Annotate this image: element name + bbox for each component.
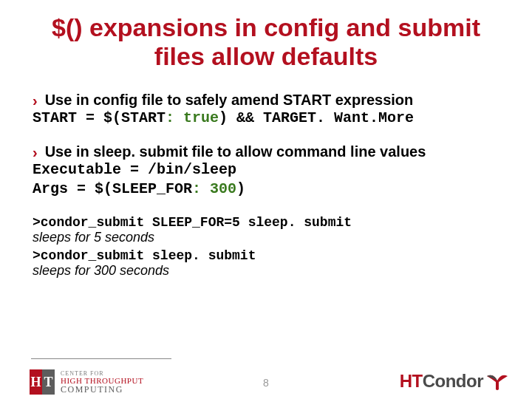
result-note-2: sleeps for 300 seconds — [31, 263, 501, 279]
code-post: ) && TARGET. Want.More — [219, 109, 414, 126]
code-highlight: : true — [166, 109, 219, 126]
condor-bird-icon — [486, 372, 508, 391]
code-post: ) — [236, 180, 245, 197]
htc-computing-logo: H T CENTER FOR HIGH THROUGHPUT COMPUTING — [30, 369, 143, 395]
slide-title: $() expansions in config and submit file… — [31, 13, 501, 71]
bullet-text-submit: Use in sleep. submit file to allow comma… — [45, 143, 426, 160]
terminal-cmd-2: >condor_submit sleep. submit — [31, 248, 501, 263]
letter-t-icon: T — [42, 369, 55, 395]
block-submit: › Use in sleep. submit file to allow com… — [31, 143, 501, 199]
bullet-text-config: Use in config file to safely amend START… — [45, 92, 414, 109]
block-config: › Use in config file to safely amend STA… — [31, 92, 501, 127]
divider — [31, 358, 171, 359]
code-config: START = $(START: true) && TARGET. Want.M… — [31, 109, 501, 127]
letter-h-icon: H — [30, 369, 42, 395]
logo-line2: HIGH THROUGHPUT — [61, 377, 143, 385]
htc-text: CENTER FOR HIGH THROUGHPUT COMPUTING — [61, 371, 143, 394]
wordmark-condor: Condor — [423, 371, 483, 391]
htcondor-wordmark: HTCondor — [400, 371, 483, 392]
chevron-icon: › — [33, 145, 38, 160]
slide: $() expansions in config and submit file… — [0, 0, 532, 399]
code-highlight: : 300 — [192, 180, 236, 197]
code-submit-line2: Args = $(SLEEP_FOR: 300) — [31, 180, 501, 199]
footer: 8 H T CENTER FOR HIGH THROUGHPUT COMPUTI… — [0, 347, 532, 399]
result-note-1: sleeps for 5 seconds — [31, 230, 501, 245]
code-pre: START = $(START — [33, 109, 166, 126]
bullet-row: › Use in config file to safely amend STA… — [31, 92, 501, 109]
wordmark-ht: HT — [400, 371, 423, 391]
logo-line3: COMPUTING — [61, 385, 143, 394]
chevron-icon: › — [33, 93, 38, 108]
htcondor-logo: HTCondor — [400, 371, 508, 392]
block-examples: >condor_submit SLEEP_FOR=5 sleep. submit… — [31, 215, 501, 279]
bullet-row: › Use in sleep. submit file to allow com… — [31, 143, 501, 160]
code-pre: Args = $(SLEEP_FOR — [33, 180, 192, 197]
code-submit-line1: Executable = /bin/sleep — [31, 160, 501, 180]
terminal-cmd-1: >condor_submit SLEEP_FOR=5 sleep. submit — [31, 215, 501, 230]
ht-mark-icon: H T — [30, 369, 55, 395]
